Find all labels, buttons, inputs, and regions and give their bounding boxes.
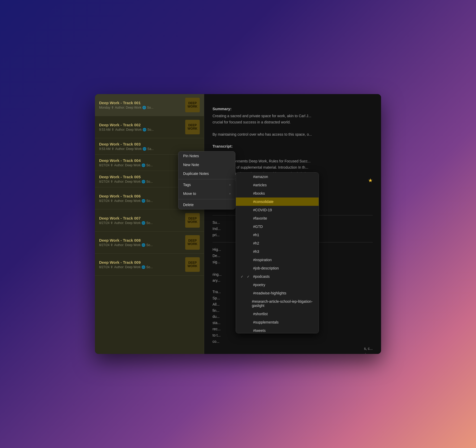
tag-item-podcasts[interactable]: ✓#podcasts [236, 272, 319, 281]
summary-text: Creating a sacred and private space for … [213, 113, 373, 138]
tag-label: #inspiration [253, 258, 272, 262]
note-subtitle-2: 9:53 AM 🎙 Author: Deep Work 🌐 So... [99, 128, 183, 131]
context-menu: Pin NotesNew NoteDuplicate NotesTags›Mov… [178, 151, 235, 209]
tag-item-h3[interactable]: #h3 [236, 247, 319, 256]
note-title-6: Deep Work - Track 006 [99, 194, 183, 198]
menu-item-move-to[interactable]: Move to› [178, 189, 235, 198]
tag-item-COVID-19[interactable]: #COVID-19 [236, 206, 319, 214]
menu-item-label: Tags [183, 183, 191, 187]
tag-label: #poetry [253, 283, 265, 287]
menu-item-label: Duplicate Notes [183, 172, 209, 176]
tag-item-GTD[interactable]: #GTD [236, 222, 319, 231]
note-title-1: Deep Work - Track 001 [99, 101, 183, 105]
note-text-area-2: Deep Work - Track 0029:53 AM 🎙 Author: D… [99, 123, 183, 131]
note-thumbnail-7: DEEP WORK [185, 213, 200, 228]
note-item-1[interactable]: Deep Work - Track 001Monday 🎙 Author: De… [95, 94, 204, 116]
tag-item-poetry[interactable]: #poetry [236, 281, 319, 289]
tag-label: #readwise-highlights [253, 291, 286, 295]
app-window: Deep Work - Track 001Monday 🎙 Author: De… [95, 94, 381, 354]
note-title-8: Deep Work - Track 008 [99, 238, 183, 242]
tag-label: #supplementals [253, 320, 279, 324]
tag-label: #h3 [253, 249, 259, 254]
menu-item-new-note[interactable]: New Note [178, 160, 235, 169]
tag-label: #research-article-school-iep-litigation-… [252, 299, 314, 308]
menu-item-delete[interactable]: Delete [178, 200, 235, 209]
tag-item-favorite[interactable]: #favorite [236, 214, 319, 222]
note-thumbnail-2: DEEP WORK [185, 120, 200, 134]
tag-label: #books [253, 191, 265, 195]
note-item-7[interactable]: Deep Work - Track 0078/27/24 🎙 Author: D… [95, 209, 204, 232]
menu-item-label: New Note [183, 163, 199, 167]
tag-label: #tweets [253, 328, 266, 333]
tag-label: #amazon [253, 175, 268, 179]
note-subtitle-3: 9:53 AM 🎙 Author: Deep Work 🌐 Sa... [99, 147, 200, 151]
tag-item-shortlist[interactable]: #shortlist [236, 310, 319, 318]
tag-label: #h1 [253, 233, 259, 237]
note-thumbnail-9: DEEP WORK [185, 257, 200, 272]
tag-checkmark-icon: ✓ [247, 275, 251, 279]
note-item-9[interactable]: Deep Work - Track 0098/27/24 🎙 Author: D… [95, 254, 204, 276]
tag-item-books[interactable]: #books [236, 189, 319, 197]
tag-label: #h2 [253, 241, 259, 245]
menu-item-label: Pin Notes [183, 154, 199, 158]
tags-submenu: #amazon#articles#books#consolidate#COVID… [236, 172, 319, 333]
note-subtitle-9: 8/27/24 🎙 Author: Deep Work 🌐 So... [99, 265, 183, 269]
menu-arrow-icon: › [229, 183, 230, 187]
tag-item-inspiration[interactable]: #inspiration [236, 256, 319, 264]
tag-item-tweets[interactable]: #tweets [236, 326, 319, 333]
tag-item-amazon[interactable]: #amazon [236, 173, 319, 181]
note-subtitle-1: Monday 🎙 Author: Deep Work 🌐 So... [99, 106, 183, 109]
tag-item-research-article-school-iep-litigation-gaslight[interactable]: #research-article-school-iep-litigation-… [236, 297, 319, 310]
note-list-panel: Deep Work - Track 001Monday 🎙 Author: De… [95, 94, 204, 354]
tag-item-job-description[interactable]: #job-description [236, 264, 319, 272]
menu-separator-6 [178, 199, 235, 199]
tag-item-h1[interactable]: #h1 [236, 231, 319, 239]
menu-arrow-icon: › [229, 192, 230, 195]
menu-item-label: Move to [183, 192, 196, 196]
note-subtitle-8: 8/27/24 🎙 Author: Deep Work 🌐 So... [99, 243, 183, 247]
note-text-area-6: Deep Work - Track 0068/27/24 🎙 Author: D… [99, 194, 183, 203]
tag-label: #job-description [253, 266, 279, 270]
tag-label: #favorite [253, 216, 267, 220]
note-text-area-7: Deep Work - Track 0078/27/24 🎙 Author: D… [99, 216, 183, 225]
menu-item-tags[interactable]: Tags› [178, 180, 235, 189]
menu-separator-3 [178, 179, 235, 179]
tag-item-consolidate[interactable]: #consolidate [236, 197, 319, 206]
note-thumbnail-8: DEEP WORK [185, 235, 200, 250]
note-title-7: Deep Work - Track 007 [99, 216, 183, 220]
note-text-area-9: Deep Work - Track 0098/27/24 🎙 Author: D… [99, 260, 183, 269]
note-thumbnail-1: DEEP WORK [185, 98, 200, 112]
note-text-area-8: Deep Work - Track 0088/27/24 🎙 Author: D… [99, 238, 183, 247]
tag-item-readwise-highlights[interactable]: #readwise-highlights [236, 289, 319, 297]
tag-item-supplementals[interactable]: #supplementals [236, 318, 319, 326]
note-text-area-1: Deep Work - Track 001Monday 🎙 Author: De… [99, 101, 183, 109]
summary-label: Summary: [213, 107, 373, 111]
tag-label: #articles [253, 183, 267, 187]
tag-item-h2[interactable]: #h2 [236, 239, 319, 247]
tag-label: #shortlist [253, 312, 268, 316]
note-subtitle-7: 8/27/24 🎙 Author: Deep Work 🌐 So... [99, 221, 183, 225]
note-subtitle-6: 8/27/24 🎙 Author: Deep Work 🌐 So... [99, 199, 183, 203]
tag-label: #podcasts [253, 274, 270, 279]
tag-label: #COVID-19 [253, 208, 272, 212]
note-item-8[interactable]: Deep Work - Track 0088/27/24 🎙 Author: D… [95, 232, 204, 254]
tag-label: #GTD [253, 225, 263, 229]
tag-item-articles[interactable]: #articles [236, 181, 319, 189]
note-item-2[interactable]: Deep Work - Track 0029:53 AM 🎙 Author: D… [95, 116, 204, 138]
trailing-text: s, c...ize...n th...fall...me...es f... [213, 346, 373, 354]
tag-label: #consolidate [253, 200, 274, 204]
menu-item-pin-notes[interactable]: Pin Notes [178, 151, 235, 160]
speaker-label: Speaker 1 [213, 150, 373, 157]
note-title-3: Deep Work - Track 003 [99, 142, 200, 146]
note-title-2: Deep Work - Track 002 [99, 123, 183, 127]
note-text-area-3: Deep Work - Track 0039:53 AM 🎙 Author: D… [99, 142, 200, 151]
menu-item-label: Delete [183, 203, 194, 207]
transcript-label: Transcript: [213, 144, 373, 148]
menu-item-duplicate-notes[interactable]: Duplicate Notes [178, 169, 235, 178]
note-title-9: Deep Work - Track 009 [99, 260, 183, 265]
star-icon: ★ [368, 177, 373, 183]
